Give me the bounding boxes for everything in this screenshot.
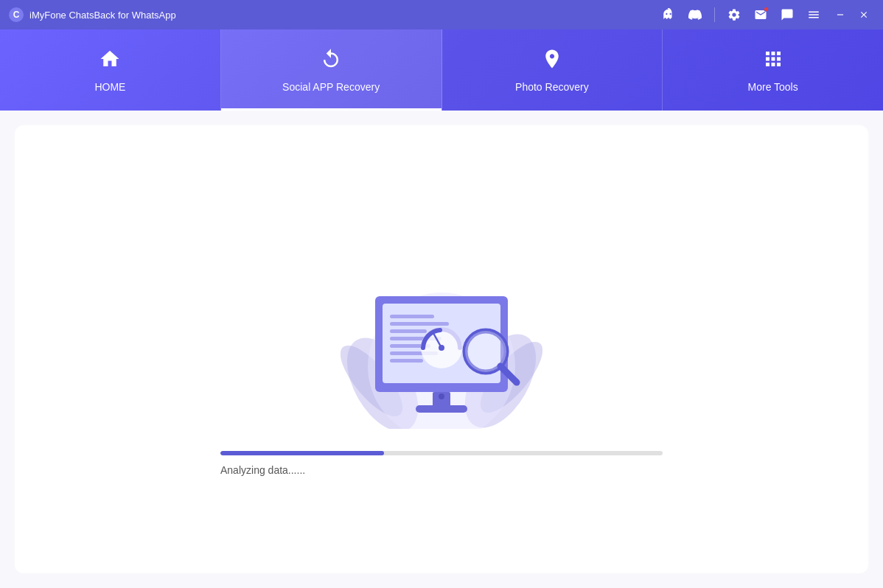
svg-rect-8 xyxy=(390,322,449,326)
window-controls xyxy=(830,4,874,25)
svg-point-22 xyxy=(439,393,444,399)
nav-label-photo-recovery: Photo Recovery xyxy=(515,81,589,93)
svg-rect-21 xyxy=(416,405,467,413)
progress-container: Analyzing data...... xyxy=(220,451,663,476)
progress-label: Analyzing data...... xyxy=(220,464,305,476)
nav-label-more-tools: More Tools xyxy=(748,81,798,93)
titlebar-icons xyxy=(658,4,824,25)
main-content: Analyzing data...... xyxy=(0,111,883,588)
illustration xyxy=(287,223,596,429)
app-title: iMyFone ChatsBack for WhatsApp xyxy=(29,10,176,21)
home-icon xyxy=(99,48,121,75)
nav-item-social-app-recovery[interactable]: Social APP Recovery xyxy=(221,29,442,111)
navbar: HOME Social APP Recovery Photo Recovery … xyxy=(0,29,883,111)
titlebar-separator xyxy=(714,7,715,22)
mail-icon[interactable] xyxy=(750,4,771,25)
nav-item-more-tools[interactable]: More Tools xyxy=(663,29,883,111)
discord-icon[interactable] xyxy=(685,4,705,25)
svg-rect-7 xyxy=(390,315,434,318)
nav-item-home[interactable]: HOME xyxy=(0,29,221,111)
progress-bar-background xyxy=(220,451,663,455)
svg-point-16 xyxy=(439,345,444,351)
titlebar: C iMyFone ChatsBack for WhatsApp xyxy=(0,0,883,29)
titlebar-left: C iMyFone ChatsBack for WhatsApp xyxy=(9,7,176,22)
app-logo: C xyxy=(9,7,24,22)
nav-label-home: HOME xyxy=(94,81,125,93)
content-area: Analyzing data...... xyxy=(15,125,868,573)
nav-label-social-app-recovery: Social APP Recovery xyxy=(282,81,380,93)
social-app-recovery-icon xyxy=(320,48,342,75)
close-button[interactable] xyxy=(854,4,874,25)
svg-rect-13 xyxy=(390,359,423,363)
nav-item-photo-recovery[interactable]: Photo Recovery xyxy=(442,29,663,111)
ghost-icon[interactable] xyxy=(658,4,679,25)
minimize-button[interactable] xyxy=(830,4,851,25)
progress-bar-fill xyxy=(220,451,384,455)
chat-icon[interactable] xyxy=(777,4,798,25)
gear-icon[interactable] xyxy=(724,4,744,25)
photo-recovery-icon xyxy=(541,48,563,75)
menu-icon[interactable] xyxy=(803,4,824,25)
more-tools-icon xyxy=(762,48,784,75)
svg-rect-9 xyxy=(390,329,427,333)
